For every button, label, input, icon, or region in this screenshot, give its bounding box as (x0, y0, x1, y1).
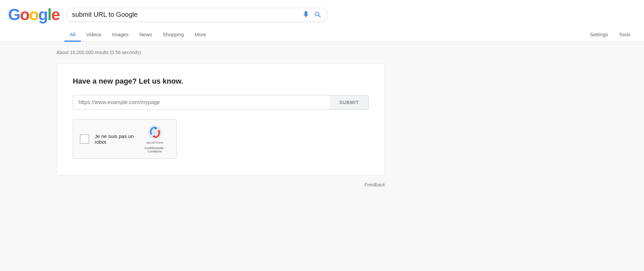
results-count: About 16,200,000 results (0.56 seconds) (56, 50, 588, 55)
search-icon[interactable] (314, 11, 322, 19)
recaptcha-terms[interactable]: Conditions (148, 150, 162, 153)
tab-settings[interactable]: Settings (585, 28, 613, 42)
tab-tools[interactable]: Tools (613, 28, 636, 42)
nav-right: Settings Tools (585, 28, 636, 41)
tab-videos[interactable]: Videos (81, 28, 107, 42)
submit-card: Have a new page? Let us know. SUBMIT Je … (56, 63, 385, 175)
tab-shopping[interactable]: Shopping (157, 28, 189, 42)
header-top: G o o g l e (8, 5, 636, 24)
feedback-link[interactable]: Feedback (365, 182, 385, 187)
logo-letter-o1: o (20, 5, 29, 24)
tab-all[interactable]: All (64, 28, 81, 42)
submit-button[interactable]: SUBMIT (330, 95, 369, 110)
search-bar (66, 8, 328, 22)
tab-more[interactable]: More (189, 28, 211, 42)
recaptcha-left: Je ne suis pas un robot (80, 133, 135, 145)
recaptcha-label: Je ne suis pas un robot (95, 133, 135, 145)
logo-letter-e: e (51, 5, 60, 24)
main-content: About 16,200,000 results (0.56 seconds) … (0, 42, 644, 201)
recaptcha-logo-icon (148, 125, 162, 140)
recaptcha-links: Confidentialité - Conditions (140, 146, 170, 153)
recaptcha-checkbox[interactable] (80, 134, 89, 144)
logo-letter-o2: o (29, 5, 38, 24)
recaptcha-privacy[interactable]: Confidentialité (145, 146, 164, 150)
recaptcha-right: reCAPTCHA Confidentialité - Conditions (140, 125, 170, 153)
recaptcha-separator: - (164, 146, 165, 150)
search-input[interactable] (72, 11, 299, 18)
mic-icon[interactable] (302, 11, 310, 19)
google-logo[interactable]: G o o g l e (8, 5, 59, 24)
recaptcha-box: Je ne suis pas un robot reCAPTCHA Confid… (73, 119, 177, 159)
tab-news[interactable]: News (134, 28, 157, 42)
url-input[interactable] (73, 95, 330, 110)
logo-letter-l: l (47, 5, 51, 24)
card-title: Have a new page? Let us know. (73, 77, 369, 86)
url-submit-row: SUBMIT (73, 95, 369, 110)
feedback-area: Feedback (56, 182, 385, 187)
tab-images[interactable]: Images (107, 28, 134, 42)
header: G o o g l e (0, 0, 644, 42)
recaptcha-brand: reCAPTCHA (146, 141, 163, 145)
nav-tabs: All Videos Images News Shopping More Set… (8, 28, 636, 41)
logo-letter-g: G (8, 5, 20, 24)
logo-letter-g2: g (38, 5, 47, 24)
search-icons (302, 11, 322, 19)
